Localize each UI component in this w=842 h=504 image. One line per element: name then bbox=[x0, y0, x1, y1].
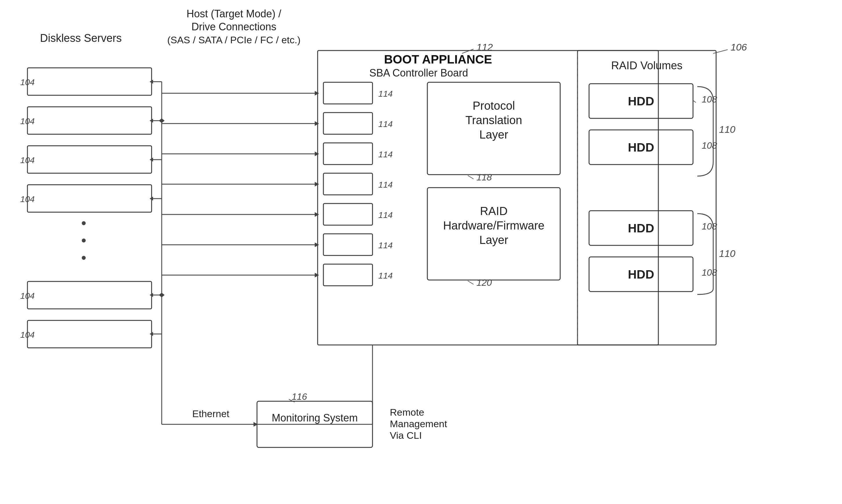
remote-mgmt-label-1: Remote bbox=[390, 407, 424, 418]
ref-110-1: 110 bbox=[719, 124, 735, 135]
ellipsis-dots-3: • bbox=[81, 250, 86, 266]
protocol-translation-label-1: Protocol bbox=[473, 99, 515, 112]
drive-connections-label: Drive Connections bbox=[192, 21, 276, 33]
ref-108-4: 108 bbox=[702, 267, 717, 278]
ref-112: 112 bbox=[477, 41, 493, 53]
raid-volumes-label: RAID Volumes bbox=[611, 59, 682, 72]
ref-104-4: 104 bbox=[20, 194, 35, 204]
ref-104-6: 104 bbox=[20, 330, 35, 340]
host-target-label: Host (Target Mode) / bbox=[186, 8, 281, 20]
protocol-translation-label-2: Translation bbox=[465, 114, 522, 126]
diagram-container: Diskless Servers Host (Target Mode) / Dr… bbox=[0, 0, 842, 504]
ref-114-5: 114 bbox=[378, 210, 393, 220]
ref-104-3: 104 bbox=[20, 155, 35, 165]
ref-110-2: 110 bbox=[719, 248, 735, 259]
monitoring-label-1: Monitoring System bbox=[272, 412, 358, 424]
sba-controller-label: SBA Controller Board bbox=[369, 67, 468, 79]
ref-118: 118 bbox=[477, 172, 492, 182]
ref-104-2: 104 bbox=[20, 116, 35, 126]
ref-114-1: 114 bbox=[378, 89, 393, 98]
boot-appliance-label: BOOT APPLIANCE bbox=[384, 53, 492, 66]
ref-114-4: 114 bbox=[378, 180, 393, 190]
ethernet-label: Ethernet bbox=[192, 408, 230, 419]
diskless-servers-label: Diskless Servers bbox=[40, 32, 122, 44]
ref-104-5: 104 bbox=[20, 291, 35, 301]
ellipsis-dots-2: • bbox=[81, 232, 86, 249]
ref-114-6: 114 bbox=[378, 240, 393, 250]
ellipsis-dots: • bbox=[81, 215, 86, 231]
ref-114-3: 114 bbox=[378, 149, 393, 159]
ref-108-2: 108 bbox=[702, 140, 717, 151]
protocol-translation-label-3: Layer bbox=[479, 128, 508, 141]
ref-120: 120 bbox=[477, 277, 492, 288]
ref-114-2: 114 bbox=[378, 119, 393, 129]
hdd-label-3: HDD bbox=[628, 221, 654, 235]
raid-hw-label-1: RAID bbox=[480, 205, 508, 217]
raid-hw-label-3: Layer bbox=[479, 234, 508, 246]
ref-116: 116 bbox=[292, 392, 307, 402]
ref-106: 106 bbox=[731, 41, 747, 53]
remote-mgmt-label-2: Management bbox=[390, 418, 447, 429]
hdd-label-4: HDD bbox=[628, 268, 654, 281]
ref-108-3: 108 bbox=[702, 221, 717, 232]
drive-types-label: (SAS / SATA / PCIe / FC / etc.) bbox=[167, 34, 301, 45]
ref-108-1: 108 bbox=[702, 94, 717, 105]
ref-104-1: 104 bbox=[20, 77, 35, 87]
hdd-label-1: HDD bbox=[628, 94, 654, 108]
raid-hw-label-2: Hardware/Firmware bbox=[443, 219, 544, 232]
ref-114-7: 114 bbox=[378, 271, 393, 280]
remote-mgmt-label-3: Via CLI bbox=[390, 430, 422, 441]
hdd-label-2: HDD bbox=[628, 141, 654, 154]
